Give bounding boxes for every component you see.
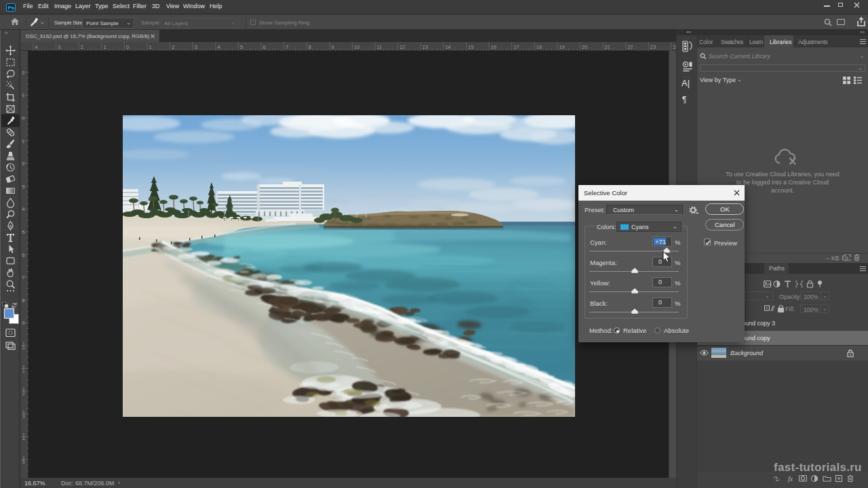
svg-text:1: 1	[22, 139, 25, 144]
svg-text:5: 5	[22, 230, 25, 235]
svg-text:11: 11	[377, 44, 382, 50]
svg-text:4: 4	[22, 436, 25, 441]
svg-text:5: 5	[22, 460, 25, 464]
svg-text:8: 8	[22, 298, 25, 303]
svg-text:7: 7	[22, 275, 25, 280]
svg-text:2: 2	[22, 70, 25, 75]
svg-text:6: 6	[22, 253, 25, 258]
svg-text:2: 2	[22, 161, 25, 166]
svg-text:9: 9	[22, 321, 25, 325]
svg-text:3: 3	[22, 414, 25, 419]
svg-text:0: 0	[22, 346, 25, 350]
svg-text:0: 0	[22, 116, 25, 121]
svg-text:fx: fx	[788, 475, 793, 483]
svg-text:4: 4	[22, 207, 25, 211]
svg-text:2: 2	[22, 391, 25, 396]
svg-text:1: 1	[22, 93, 25, 98]
svg-text:1: 1	[22, 369, 25, 373]
svg-text:3: 3	[22, 184, 25, 189]
